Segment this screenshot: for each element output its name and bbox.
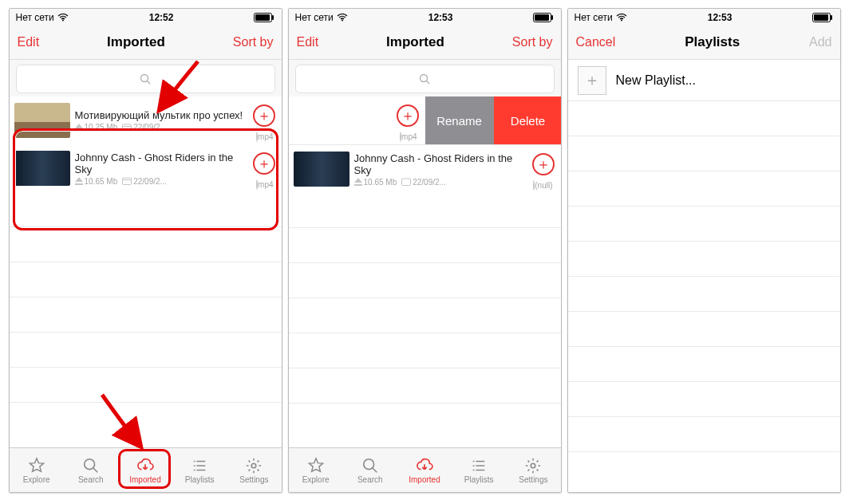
item-size: 10.25 Mb: [85, 123, 118, 132]
tab-explore[interactable]: Explore: [10, 448, 64, 492]
tab-explore[interactable]: Explore: [289, 448, 343, 492]
svg-point-21: [364, 459, 374, 469]
item-title: Johnny Cash - Ghost Riders in the Sky: [75, 152, 248, 175]
tab-settings[interactable]: Settings: [227, 448, 281, 492]
add-to-playlist-button[interactable]: ＋: [532, 153, 555, 175]
tab-imported[interactable]: Imported: [397, 448, 452, 492]
item-format: mp4: [401, 132, 417, 141]
tab-search[interactable]: Search: [64, 448, 118, 492]
svg-point-0: [62, 20, 64, 22]
svg-rect-8: [123, 178, 132, 185]
delete-button[interactable]: Delete: [494, 96, 561, 144]
tab-playlists[interactable]: Playlists: [172, 448, 227, 492]
svg-rect-16: [535, 14, 549, 21]
info-icon: [400, 132, 401, 142]
search-icon: [81, 457, 101, 474]
carrier-label: Нет сети: [295, 12, 334, 23]
tab-settings[interactable]: Settings: [506, 448, 560, 492]
sort-button[interactable]: Sort by: [233, 35, 274, 49]
search-icon: [360, 457, 381, 474]
tab-bar: Explore Search Imported Playlists Settin…: [10, 447, 282, 492]
calendar-icon: [401, 178, 411, 186]
phone-screen-1: Нет сети 12:52 Edit Imported Sort by Мот…: [9, 8, 282, 493]
search-icon: [140, 73, 151, 85]
svg-rect-2: [272, 15, 274, 20]
battery-icon: [812, 13, 833, 22]
video-thumbnail: [14, 103, 70, 138]
download-icon: [75, 124, 83, 132]
add-to-playlist-button[interactable]: ＋: [253, 152, 275, 175]
tab-imported[interactable]: Imported: [118, 448, 172, 492]
playlists-content: ＋ New Playlist...: [568, 60, 840, 492]
add-button[interactable]: Add: [809, 35, 831, 49]
list-item[interactable]: Мотивирующий мультик про успех! 10.25 Mb…: [10, 96, 282, 144]
item-format: (null): [535, 181, 552, 190]
search-input[interactable]: [295, 65, 555, 93]
list-content: ий мультик 22/09/2... ＋ mp4 Rename Delet…: [289, 96, 561, 447]
video-thumbnail: [14, 151, 70, 186]
svg-line-11: [93, 467, 98, 472]
new-playlist-label: New Playlist...: [616, 73, 696, 88]
clock: 12:52: [149, 12, 174, 23]
svg-point-23: [531, 463, 536, 468]
item-size: 10.65 Mb: [364, 178, 397, 187]
list-content: Мотивирующий мультик про успех! 10.25 Mb…: [10, 96, 282, 447]
new-playlist-row[interactable]: ＋ New Playlist...: [568, 60, 840, 101]
list-icon: [189, 457, 210, 474]
star-icon: [306, 457, 326, 474]
list-item[interactable]: Johnny Cash - Ghost Riders in the Sky 10…: [10, 144, 282, 192]
clock: 12:53: [708, 12, 733, 23]
list-item[interactable]: Johnny Cash - Ghost Riders in the Sky 10…: [289, 145, 561, 193]
page-title: Imported: [107, 34, 165, 50]
calendar-icon: [122, 124, 132, 132]
add-to-playlist-button[interactable]: ＋: [253, 104, 275, 127]
item-title: Johnny Cash - Ghost Riders in the Sky: [354, 152, 527, 176]
cloud-download-icon: [135, 457, 156, 474]
sort-button[interactable]: Sort by: [512, 35, 553, 49]
svg-rect-27: [814, 14, 828, 21]
search-input[interactable]: [16, 65, 275, 93]
svg-rect-6: [123, 124, 132, 132]
tab-search[interactable]: Search: [343, 448, 397, 492]
phone-screen-2: Нет сети 12:53 Edit Imported Sort by ий …: [288, 8, 562, 493]
edit-button[interactable]: Edit: [18, 35, 40, 49]
wifi-icon: [337, 14, 348, 22]
navbar: Cancel Playlists Add: [568, 25, 840, 60]
calendar-icon: [122, 177, 132, 185]
phone-screen-3: Нет сети 12:53 Cancel Playlists Add ＋ Ne…: [567, 8, 841, 493]
svg-line-22: [373, 467, 377, 472]
carrier-label: Нет сети: [16, 12, 54, 23]
edit-button[interactable]: Edit: [297, 35, 319, 49]
page-title: Imported: [386, 34, 444, 50]
battery-icon: [254, 13, 274, 22]
swiped-row[interactable]: ий мультик 22/09/2... ＋ mp4 Rename Delet…: [289, 96, 424, 144]
video-thumbnail: [294, 152, 349, 187]
star-icon: [26, 457, 47, 474]
wifi-icon: [57, 14, 69, 22]
cancel-button[interactable]: Cancel: [576, 35, 616, 49]
svg-rect-3: [255, 14, 270, 21]
list-icon: [468, 457, 489, 474]
download-icon: [75, 177, 83, 185]
navbar: Edit Imported Sort by: [10, 25, 282, 60]
item-title: Мотивирующий мультик про успех!: [75, 109, 248, 121]
tab-playlists[interactable]: Playlists: [452, 448, 506, 492]
clock: 12:53: [428, 12, 453, 23]
item-title-partial: ий мультик: [289, 109, 392, 121]
search-icon: [419, 73, 430, 85]
item-format: mp4: [258, 180, 273, 189]
navbar: Edit Imported Sort by: [289, 25, 561, 60]
status-bar: Нет сети 12:53: [289, 9, 561, 25]
carrier-label: Нет сети: [575, 12, 613, 23]
cloud-download-icon: [414, 457, 435, 474]
rename-button[interactable]: Rename: [425, 96, 494, 144]
svg-rect-15: [551, 15, 553, 20]
svg-line-18: [427, 81, 430, 85]
svg-rect-20: [402, 179, 411, 186]
plus-icon: ＋: [578, 66, 606, 95]
svg-point-24: [621, 20, 622, 22]
gear-icon: [243, 457, 264, 474]
status-bar: Нет сети 12:52: [10, 9, 282, 25]
item-date: 22/09/2...: [133, 177, 167, 186]
add-to-playlist-button[interactable]: ＋: [397, 104, 419, 127]
